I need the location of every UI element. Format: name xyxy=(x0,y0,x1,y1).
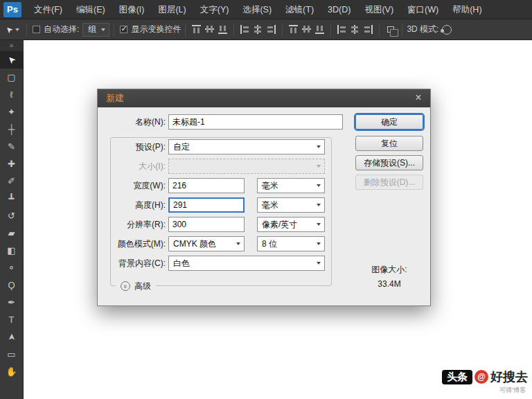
menu-layer[interactable]: 图层(L) xyxy=(151,0,193,19)
align-vertical-centers-icon[interactable] xyxy=(205,24,214,35)
advanced-expander[interactable]: » 高级 xyxy=(116,278,156,294)
tool-shape[interactable]: ▭ xyxy=(0,346,24,363)
align-left-edges-icon[interactable] xyxy=(240,25,250,34)
tool-path-selection[interactable]: ➤ xyxy=(0,328,24,346)
expand-chevron-icon: » xyxy=(121,281,130,291)
brush-icon: ✐ xyxy=(8,177,15,186)
separator xyxy=(402,23,402,37)
marquee-icon: ▢ xyxy=(7,73,15,82)
width-unit-select[interactable]: 毫米 xyxy=(257,178,325,193)
dialog-body: 名称(N): 确定 复位 存储预设(S)... 删除预设(D)... 预设(P)… xyxy=(98,107,430,305)
menu-edit[interactable]: 编辑(E) xyxy=(69,0,112,19)
watermark: 头条 @ 好搜去 可得'博客 xyxy=(442,369,528,395)
menu-select[interactable]: 选择(S) xyxy=(236,0,278,19)
delete-preset-button: 删除预设(D)... xyxy=(355,175,423,190)
tool-clone-stamp[interactable]: ┻ xyxy=(0,190,24,207)
lasso-icon: ℓ xyxy=(10,90,12,99)
align-horizontal-centers-icon[interactable] xyxy=(253,25,263,34)
align-right-edges-icon[interactable] xyxy=(266,25,276,34)
tool-move[interactable]: ➤ xyxy=(0,51,24,69)
menu-help[interactable]: 帮助(H) xyxy=(445,0,488,19)
menu-image[interactable]: 图像(I) xyxy=(112,0,152,19)
auto-select-target-select[interactable]: 组 xyxy=(82,23,109,37)
menu-view[interactable]: 视图(V) xyxy=(357,0,400,19)
tool-rectangular-marquee[interactable]: ▢ xyxy=(0,69,24,86)
save-preset-button[interactable]: 存储预设(S)... xyxy=(355,155,423,170)
history-brush-icon: ↺ xyxy=(8,211,15,220)
menu-bar: Ps 文件(F) 编辑(E) 图像(I) 图层(L) 文字(Y) 选择(S) 滤… xyxy=(0,0,532,19)
distribute-horizontal-centers-icon[interactable] xyxy=(350,25,360,34)
dialog-title: 新建 xyxy=(106,92,124,105)
watermark-logo-icon: @ xyxy=(475,370,488,384)
separator xyxy=(330,23,331,37)
distribute-right-edges-icon[interactable] xyxy=(363,25,373,34)
caret-down-icon xyxy=(317,223,321,226)
path-selection-icon: ➤ xyxy=(7,333,16,341)
name-input[interactable] xyxy=(168,114,343,130)
preset-label: 预设(P): xyxy=(103,139,166,154)
tool-blur[interactable]: ⚬ xyxy=(0,259,24,276)
hand-icon: ✋ xyxy=(6,367,17,376)
separator xyxy=(114,23,114,37)
tool-preset-picker[interactable]: ➤ xyxy=(0,26,22,34)
caret-down-icon xyxy=(317,145,321,148)
crop-icon: ┼ xyxy=(8,125,15,134)
tool-hand[interactable]: ✋ xyxy=(0,363,24,380)
tool-brush[interactable]: ✐ xyxy=(0,172,24,190)
tool-history-brush[interactable]: ↺ xyxy=(0,207,24,224)
reset-button[interactable]: 复位 xyxy=(355,136,423,151)
show-transform-checkbox[interactable] xyxy=(120,26,127,33)
tool-type[interactable]: T xyxy=(0,311,24,328)
preset-value: 自定 xyxy=(173,141,190,153)
align-bottom-edges-icon[interactable] xyxy=(218,24,227,35)
width-label: 宽度(W): xyxy=(103,178,166,193)
height-label: 高度(H): xyxy=(103,197,166,213)
3d-orbit-icon[interactable] xyxy=(442,25,452,35)
caret-down-icon xyxy=(317,184,321,187)
dialog-title-bar[interactable]: 新建 × xyxy=(98,89,430,107)
background-select[interactable]: 白色 xyxy=(168,256,325,271)
distribute-left-edges-icon[interactable] xyxy=(337,25,347,34)
tool-spot-healing-brush[interactable]: ✚ xyxy=(0,155,24,172)
width-input[interactable] xyxy=(168,178,245,193)
tool-dodge[interactable]: Ϙ xyxy=(0,276,24,294)
tool-quick-selection[interactable]: ✦ xyxy=(0,103,24,121)
menu-3d[interactable]: 3D(D) xyxy=(321,0,357,19)
auto-align-layers-icon[interactable] xyxy=(387,26,394,33)
height-input[interactable] xyxy=(168,197,245,213)
panel-collapse-button[interactable]: » xyxy=(0,40,24,51)
preset-select[interactable]: 自定 xyxy=(168,139,325,154)
healing-brush-icon: ✚ xyxy=(8,159,15,168)
resolution-unit-select[interactable]: 像素/英寸 xyxy=(257,217,325,232)
distribute-bottom-edges-icon[interactable] xyxy=(315,24,324,35)
color-mode-select[interactable]: CMYK 颜色 xyxy=(168,236,245,251)
menu-window[interactable]: 窗口(W) xyxy=(400,0,445,19)
color-depth-select[interactable]: 8 位 xyxy=(257,236,325,251)
tool-crop[interactable]: ┼ xyxy=(0,121,24,138)
close-icon[interactable]: × xyxy=(412,91,425,104)
menu-type[interactable]: 文字(Y) xyxy=(193,0,236,19)
watermark-badge: 头条 xyxy=(442,370,472,384)
menu-file[interactable]: 文件(F) xyxy=(27,0,69,19)
caret-down-icon xyxy=(236,242,240,245)
pen-icon: ✒ xyxy=(8,298,15,307)
tool-pen[interactable]: ✒ xyxy=(0,294,24,311)
move-icon: ➤ xyxy=(6,54,17,66)
caret-down-icon xyxy=(317,204,321,206)
tool-eraser[interactable]: ▰ xyxy=(0,224,24,242)
menu-filter[interactable]: 滤镜(T) xyxy=(278,0,321,19)
caret-down-icon xyxy=(317,242,321,245)
distribute-top-edges-icon[interactable] xyxy=(289,24,298,35)
auto-select-checkbox[interactable] xyxy=(33,26,40,33)
align-top-edges-icon[interactable] xyxy=(192,24,201,35)
tool-eyedropper[interactable]: ✎ xyxy=(0,138,24,155)
height-unit-select[interactable]: 毫米 xyxy=(257,197,325,213)
resolution-input[interactable] xyxy=(168,217,245,232)
watermark-subtitle: 可得'博客 xyxy=(499,386,526,395)
distribute-vertical-centers-icon[interactable] xyxy=(302,24,311,35)
tool-lasso[interactable]: ℓ xyxy=(0,86,24,103)
image-size-label: 图像大小: xyxy=(355,264,423,276)
color-mode-value: CMYK 颜色 xyxy=(173,238,216,250)
ok-button[interactable]: 确定 xyxy=(355,114,423,130)
tool-gradient[interactable]: ◧ xyxy=(0,242,24,259)
